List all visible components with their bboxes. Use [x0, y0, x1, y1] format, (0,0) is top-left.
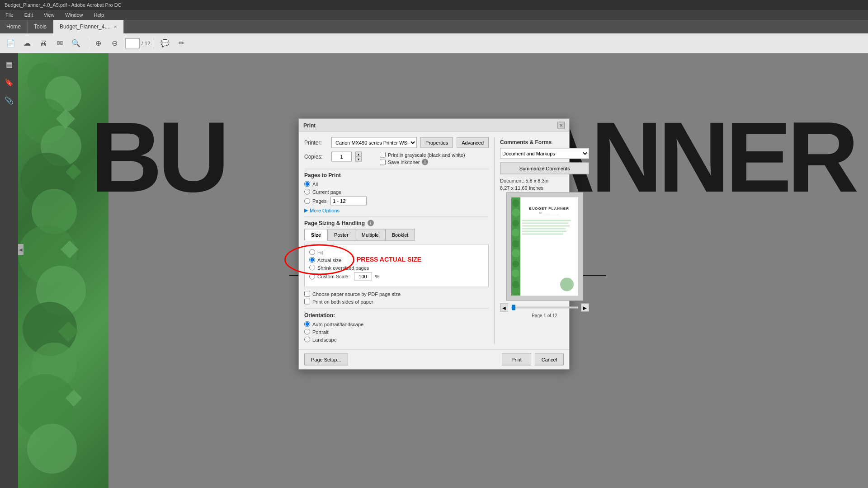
footer-right: Print Cancel: [502, 354, 564, 366]
doc-info-label: Document: 5,8 x 8,3in: [500, 178, 589, 183]
all-pages-radio[interactable]: [304, 181, 310, 187]
preview-title-for: for ___________: [522, 211, 576, 214]
actual-size-radio[interactable]: [309, 257, 315, 263]
auto-orient-row: Auto portrait/landscape: [304, 321, 489, 327]
more-options-arrow: ▶: [304, 207, 308, 213]
copies-input[interactable]: [331, 152, 352, 162]
landscape-row: Landscape: [304, 337, 489, 343]
preview-page-label: Page 1 of 12: [500, 313, 589, 318]
preview-slider-thumb: [512, 305, 515, 310]
custom-scale-radio[interactable]: [309, 273, 315, 279]
tab-multiple[interactable]: Multiple: [355, 229, 385, 241]
preview-title-main: BUDGET PLANNER: [522, 206, 576, 211]
auto-orient-radio[interactable]: [304, 321, 310, 327]
portrait-label: Portrait: [312, 329, 328, 334]
orientation-section: Orientation: Auto portrait/landscape Por…: [304, 312, 489, 343]
tab-poster[interactable]: Poster: [327, 229, 355, 241]
choose-paper-row: Choose paper source by PDF page size: [304, 291, 489, 297]
landscape-radio[interactable]: [304, 337, 310, 343]
choose-paper-checkbox[interactable]: [304, 291, 310, 297]
printer-select[interactable]: Canon MX490 series Printer WS: [331, 137, 417, 148]
custom-scale-label: Custom Scale:: [317, 274, 350, 279]
cancel-dialog-button[interactable]: Cancel: [535, 354, 564, 366]
dialog-footer: Page Setup... Print Cancel: [299, 350, 569, 369]
pages-range-row: Pages: [304, 197, 489, 206]
portrait-row: Portrait: [304, 329, 489, 335]
dialog-overlay: Print ✕ Printer: Canon MX490 series Prin…: [0, 0, 868, 488]
preview-title-area: BUDGET PLANNER for ___________: [522, 206, 576, 214]
print-both-sides-row: Print on both sides of paper: [304, 299, 489, 305]
all-pages-row: All: [304, 181, 489, 187]
page-sizing-info-icon[interactable]: i: [368, 220, 374, 226]
sizing-tabs: Size Poster Multiple Booklet: [304, 229, 489, 241]
summarize-comments-button[interactable]: Summarize Comments: [500, 163, 589, 174]
dialog-close-button[interactable]: ✕: [557, 122, 565, 129]
divider-1: [304, 169, 489, 169]
page-setup-button[interactable]: Page Setup...: [304, 354, 348, 366]
choose-paper-label: Choose paper source by PDF page size: [312, 291, 401, 296]
pages-to-print-header: Pages to Print: [304, 172, 489, 178]
shrink-oversized-row: Shrink oversized pages: [309, 265, 484, 271]
grayscale-checkbox[interactable]: [380, 152, 386, 158]
fit-row: Fit: [309, 249, 484, 255]
print-both-sides-checkbox[interactable]: [304, 299, 310, 305]
copies-row: Copies: ▲ ▼: [304, 152, 362, 162]
shrink-oversized-label: Shrink oversized pages: [317, 265, 369, 270]
print-both-sides-label: Print on both sides of paper: [312, 299, 373, 304]
sizing-options: Fit Actual size PRESS ACTUAL SIZE: [304, 244, 489, 287]
copies-options-row: Copies: ▲ ▼ Print in grayscale (black an…: [304, 152, 489, 165]
preview-green-strip: [511, 197, 520, 296]
save-ink-info-icon[interactable]: i: [422, 159, 428, 165]
preview-content-lines: [522, 220, 576, 236]
save-ink-label: Save ink/toner: [388, 160, 420, 165]
fit-label: Fit: [317, 249, 323, 255]
custom-scale-input[interactable]: [354, 272, 372, 281]
pages-range-radio[interactable]: [304, 198, 310, 204]
percent-sign: %: [375, 274, 380, 279]
comments-select[interactable]: Document and Markups: [500, 148, 589, 159]
print-dialog: Print ✕ Printer: Canon MX490 series Prin…: [298, 119, 570, 370]
grayscale-row: Print in grayscale (black and white): [380, 152, 465, 158]
actual-size-label: Actual size: [317, 257, 341, 263]
pages-range-label: Pages: [312, 198, 326, 204]
dialog-right-column: Comments & Forms Document and Markups Su…: [494, 137, 589, 344]
press-actual-size-text: PRESS ACTUAL SIZE: [357, 256, 421, 263]
auto-orient-label: Auto portrait/landscape: [312, 321, 363, 327]
sizing-options-wrapper: Fit Actual size PRESS ACTUAL SIZE: [304, 244, 489, 305]
properties-button[interactable]: Properties: [420, 137, 453, 148]
more-options-row[interactable]: ▶ More Options: [304, 207, 489, 213]
pages-range-input[interactable]: [330, 197, 367, 206]
portrait-radio[interactable]: [304, 329, 310, 335]
divider-2: [304, 217, 489, 217]
custom-scale-row: Custom Scale: %: [309, 272, 484, 281]
tab-size[interactable]: Size: [304, 229, 327, 241]
printer-row: Printer: Canon MX490 series Printer WS P…: [304, 137, 489, 148]
actual-size-row: Actual size PRESS ACTUAL SIZE: [309, 257, 484, 263]
preview-slider[interactable]: [511, 307, 578, 309]
save-ink-row: Save ink/toner i: [380, 159, 465, 165]
copies-down[interactable]: ▼: [355, 157, 362, 162]
tab-booklet[interactable]: Booklet: [385, 229, 415, 241]
all-pages-label: All: [312, 181, 318, 187]
save-ink-checkbox[interactable]: [380, 159, 386, 165]
page-sizing-label: Page Sizing & Handling: [304, 220, 365, 226]
preview-inner: BUDGET PLANNER for ___________: [511, 197, 578, 296]
preview-prev-button[interactable]: ◀: [500, 304, 508, 312]
advanced-button[interactable]: Advanced: [457, 137, 489, 148]
pages-to-print-section: Pages to Print All Current page Pages: [304, 172, 489, 213]
fit-radio[interactable]: [309, 249, 315, 255]
shrink-oversized-radio[interactable]: [309, 265, 315, 271]
copies-up[interactable]: ▲: [355, 152, 362, 157]
preview-container: BUDGET PLANNER for ___________: [506, 192, 583, 301]
dialog-body: Printer: Canon MX490 series Printer WS P…: [299, 132, 569, 350]
current-page-radio[interactable]: [304, 189, 310, 195]
dialog-title: Print: [303, 122, 316, 128]
printer-label: Printer:: [304, 140, 328, 146]
preview-next-button[interactable]: ▶: [581, 304, 589, 312]
page-sizing-header: Page Sizing & Handling i: [304, 220, 489, 226]
current-page-row: Current page: [304, 189, 489, 195]
grayscale-label: Print in grayscale (black and white): [388, 152, 465, 157]
orientation-header: Orientation:: [304, 312, 489, 319]
print-dialog-button[interactable]: Print: [502, 354, 531, 366]
preview-nav: ◀ ▶: [500, 304, 589, 312]
